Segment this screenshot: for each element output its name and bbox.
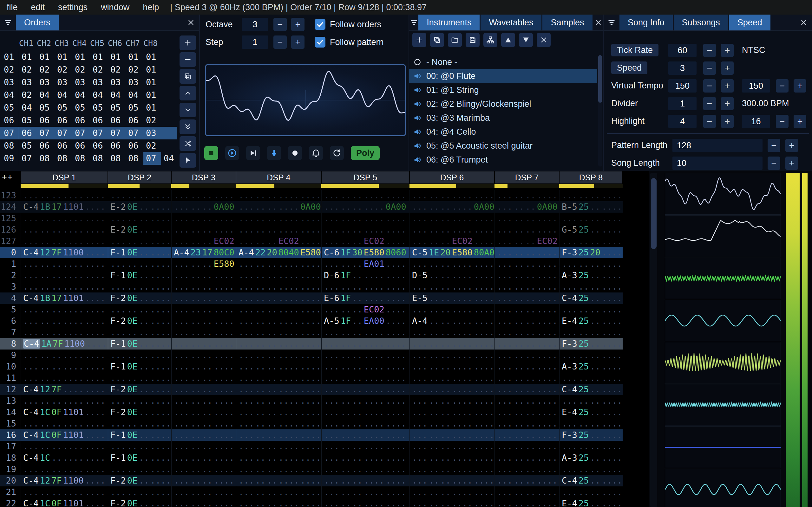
- pattern-cell[interactable]: ...........: [108, 327, 171, 338]
- pattern-length-increase-button[interactable]: +: [785, 139, 798, 152]
- pattern-cell[interactable]: ...........: [171, 315, 236, 327]
- step-increase-button[interactable]: +: [291, 36, 305, 49]
- pattern-cell[interactable]: ...............: [236, 258, 321, 270]
- pattern-cell[interactable]: ...........: [108, 213, 171, 224]
- pattern-cell[interactable]: C-41C0F1101....: [20, 498, 108, 507]
- order-cell[interactable]: 06: [37, 114, 55, 127]
- pattern-cell[interactable]: ...............: [20, 487, 108, 498]
- pattern-cell[interactable]: ...............: [20, 464, 108, 475]
- order-cell[interactable]: 03: [19, 76, 37, 89]
- pattern-cell[interactable]: F-20E......: [108, 384, 171, 395]
- instrument-add-button[interactable]: [412, 33, 426, 47]
- pattern-cell[interactable]: ...........: [171, 270, 236, 281]
- order-cell[interactable]: 02: [108, 63, 125, 76]
- pattern-cell[interactable]: ...........: [495, 224, 559, 235]
- tick-rate-decrease-button[interactable]: −: [703, 44, 716, 57]
- instrument-item[interactable]: 01: @1 String: [409, 83, 597, 97]
- pattern-cell[interactable]: ...............: [321, 224, 409, 235]
- order-cell[interactable]: 01: [72, 51, 90, 63]
- virtual-tempo-den-decrease-button[interactable]: −: [776, 79, 789, 93]
- pattern-cell[interactable]: ...............: [321, 281, 409, 292]
- pattern-cell[interactable]: ...........: [559, 464, 623, 475]
- instrument-move-up-button[interactable]: [501, 33, 515, 47]
- tab-speed[interactable]: Speed: [729, 14, 770, 31]
- pattern-cell[interactable]: ...........: [559, 304, 623, 315]
- order-cell[interactable]: 07: [72, 127, 90, 139]
- play-pattern-button[interactable]: [246, 146, 260, 160]
- pattern-cell[interactable]: ...............: [236, 464, 321, 475]
- order-cell[interactable]: 05: [19, 139, 37, 152]
- pattern-cell[interactable]: A-51F..EA00....: [321, 315, 409, 327]
- pattern-cell[interactable]: F-10E......: [108, 361, 171, 372]
- speed-decrease-button[interactable]: −: [703, 61, 716, 75]
- panel-menu-icon[interactable]: [0, 14, 16, 31]
- instrument-delete-button[interactable]: [537, 33, 551, 47]
- order-cell[interactable]: 05: [37, 101, 55, 114]
- pattern-cell[interactable]: ...............: [20, 213, 108, 224]
- virtual-tempo-num-increase-button[interactable]: +: [721, 79, 734, 93]
- pattern-cell[interactable]: E-425......: [559, 498, 623, 507]
- octave-input[interactable]: 3: [242, 18, 268, 31]
- pattern-cell[interactable]: C-4127F........: [20, 384, 108, 395]
- pattern-cell[interactable]: ...............: [321, 498, 409, 507]
- tab-instruments[interactable]: Instruments: [418, 14, 479, 31]
- pattern-cell[interactable]: ...........: [171, 292, 236, 304]
- pattern-cell[interactable]: ...........: [108, 304, 171, 315]
- pattern-cell[interactable]: ...........: [495, 487, 559, 498]
- pattern-cell[interactable]: ...........: [171, 361, 236, 372]
- pattern-cell[interactable]: ...........: [171, 441, 236, 452]
- pattern-cell[interactable]: ...............: [409, 190, 495, 201]
- record-button[interactable]: [288, 146, 302, 160]
- order-cell[interactable]: 06: [19, 127, 37, 139]
- instrument-dir-view-button[interactable]: [484, 33, 497, 47]
- pattern-cell[interactable]: ...........: [495, 406, 559, 418]
- menu-edit[interactable]: edit: [24, 3, 52, 12]
- pattern-cell[interactable]: A-325......: [559, 452, 623, 464]
- pattern-cell[interactable]: ...............: [321, 372, 409, 384]
- pattern-cell[interactable]: C-41C0F1101....: [20, 406, 108, 418]
- pattern-cell[interactable]: F-325......: [559, 429, 623, 441]
- highlight-2-input[interactable]: 16: [742, 115, 770, 128]
- pattern-cell[interactable]: ...............: [20, 441, 108, 452]
- pattern-cell[interactable]: F-10E......: [108, 338, 171, 349]
- pattern-cell[interactable]: ...............: [236, 190, 321, 201]
- song-close-button[interactable]: [796, 14, 812, 31]
- order-cell[interactable]: 01: [19, 51, 37, 63]
- pattern-cell[interactable]: .......EC02....: [321, 304, 409, 315]
- order-cell[interactable]: 04: [161, 152, 177, 165]
- pattern-cell[interactable]: ...........: [171, 327, 236, 338]
- pattern-cell[interactable]: C-4127F1100....: [20, 475, 108, 487]
- pattern-cell[interactable]: ...........: [171, 395, 236, 406]
- order-cell[interactable]: 08: [37, 152, 55, 165]
- step-one-row-button[interactable]: [267, 146, 281, 160]
- virtual-tempo-num-decrease-button[interactable]: −: [703, 79, 716, 93]
- pattern-cell[interactable]: ...............: [236, 213, 321, 224]
- pattern-cell[interactable]: ...............: [20, 418, 108, 429]
- pattern-cell[interactable]: ...........: [171, 281, 236, 292]
- pattern-cell[interactable]: ...............: [236, 327, 321, 338]
- order-cell[interactable]: 08: [108, 152, 125, 165]
- pattern-cell[interactable]: ...........: [108, 441, 171, 452]
- pattern-cell[interactable]: ...............: [20, 361, 108, 372]
- pattern-cell[interactable]: ...........: [495, 384, 559, 395]
- pattern-cell[interactable]: ...........: [171, 452, 236, 464]
- highlight-2-decrease-button[interactable]: −: [776, 115, 789, 128]
- order-remove-button[interactable]: [180, 52, 196, 67]
- pattern-length-decrease-button[interactable]: −: [768, 139, 780, 152]
- pattern-cell[interactable]: ...............: [409, 498, 495, 507]
- pattern-cell[interactable]: ...........: [108, 349, 171, 361]
- order-cell[interactable]: 07: [19, 152, 37, 165]
- pattern-cell[interactable]: ...............: [20, 315, 108, 327]
- tab-samples[interactable]: Samples: [542, 14, 592, 31]
- pattern-cell[interactable]: C-41C0F1101....: [20, 429, 108, 441]
- highlight-2-increase-button[interactable]: +: [794, 115, 806, 128]
- pattern-cell[interactable]: ...............: [321, 349, 409, 361]
- pattern-cell[interactable]: ...............: [236, 372, 321, 384]
- tab-orders[interactable]: Orders: [16, 14, 59, 31]
- pattern-cell[interactable]: C-61F30E5808060: [321, 247, 409, 258]
- order-cell[interactable]: 03: [125, 76, 143, 89]
- speed-increase-button[interactable]: +: [721, 61, 734, 75]
- pattern-cell[interactable]: F-20E......: [108, 292, 171, 304]
- pattern-cell[interactable]: ...........: [171, 475, 236, 487]
- pattern-cell[interactable]: .......0A00: [171, 201, 236, 213]
